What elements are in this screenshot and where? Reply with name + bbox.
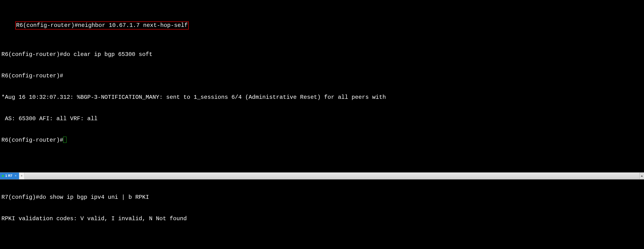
close-icon[interactable]: × bbox=[15, 174, 17, 178]
cmd-show-bgp-1: R7(config)#do show ip bgp ipv4 uni | b R… bbox=[0, 194, 644, 201]
log-line-1: *Aug 16 10:32:07.312: %BGP-3-NOTIFICATIO… bbox=[0, 94, 644, 101]
plus-icon: + bbox=[21, 174, 23, 178]
prompt-r6-final: R6(config-router)# bbox=[2, 137, 63, 143]
prompt-r6: R6(config-router)# bbox=[16, 22, 78, 28]
cmd-neighbor-nexthopself: neighbor 10.67.1.7 next-hop-self bbox=[78, 22, 188, 28]
tab-r7[interactable]: 1 R7 × bbox=[0, 173, 19, 179]
log-line-2: AS: 65300 AFI: all VRF: all bbox=[0, 115, 644, 122]
tab-bar-empty bbox=[24, 173, 640, 179]
prompt-line-empty: R6(config-router)# bbox=[0, 72, 644, 79]
svg-marker-0 bbox=[641, 175, 643, 177]
cmd-clear-bgp: R6(config-router)#do clear ip bgp 65300 … bbox=[0, 51, 644, 58]
highlight-cmd-nexthopself: R6(config-router)#neighbor 10.67.1.7 nex… bbox=[15, 21, 189, 29]
status-dot-icon bbox=[2, 175, 4, 177]
tab-bar: 1 R7 × + bbox=[0, 172, 644, 180]
tab-label: 1 R7 bbox=[5, 174, 12, 178]
terminal-r7[interactable]: R7(config)#do show ip bgp ipv4 uni | b R… bbox=[0, 180, 644, 249]
rpki-codes-1: RPKI validation codes: V valid, I invali… bbox=[0, 215, 644, 222]
terminal-r6[interactable]: R6(config-router)#neighbor 10.67.1.7 nex… bbox=[0, 0, 644, 172]
scroll-up-button[interactable] bbox=[640, 173, 644, 179]
new-tab-button[interactable]: + bbox=[19, 173, 24, 179]
cursor-icon bbox=[63, 137, 66, 143]
